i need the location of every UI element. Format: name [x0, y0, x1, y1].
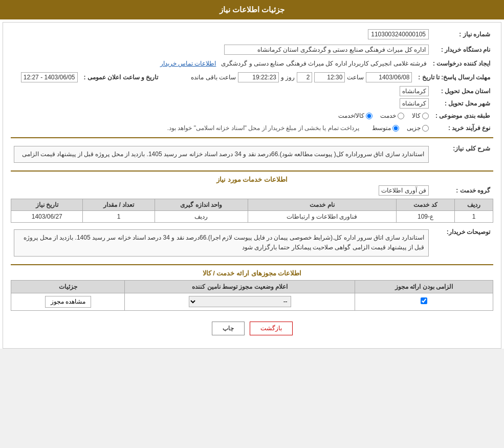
need-number-row: شماره نیاز : 1103003240000105	[11, 28, 493, 41]
creator-label: ایجاد کننده درخواست :	[430, 58, 493, 69]
category-service-label: خدمت	[380, 112, 396, 119]
purchase-type-label: نوع فرآیند خرید :	[432, 123, 493, 133]
category-goods-label: کالا	[412, 112, 421, 119]
page-header: جزئیات اطلاعات نیاز	[0, 0, 504, 19]
category-goods-service-radio[interactable]	[366, 113, 372, 119]
buyer-desc-label: توصیحات خریدار:	[432, 226, 493, 260]
cell-code: ع-109	[397, 211, 455, 223]
time-label: ساعت	[347, 74, 364, 81]
category-service-option: خدمت	[380, 112, 404, 119]
cell-unit: ردیف	[155, 211, 248, 223]
buyer-desc-text: استاندارد سازی اتاق سرور اداره کل.(شرایط…	[14, 229, 429, 256]
province-value: کرمانشاه	[400, 86, 429, 96]
announce-value: 1403/06/05 - 12:27	[21, 72, 78, 82]
deadline-label: مهلت ارسال پاسخ: تا تاریخ :	[415, 71, 493, 84]
purchase-partial-radio[interactable]	[422, 125, 429, 132]
divider-1	[11, 137, 493, 138]
permit-section-subtitle: اطلاعات مجوزهای ارائه خدمت / کالا	[11, 269, 493, 277]
col-row: ردیف	[455, 199, 493, 211]
province-label: استان محل تحویل :	[432, 86, 493, 96]
deadline-time-value: 12:30	[314, 72, 345, 82]
table-row: 1 ع-109 فناوری اطلاعات و ارتباطات ردیف 1…	[11, 211, 493, 223]
general-desc-label: شرح کلی نیاز:	[432, 142, 493, 166]
general-desc-text: استاندارد سازی اتاق سروراداره کل( پیوست …	[14, 146, 429, 163]
show-permit-button[interactable]: مشاهده مجوز	[45, 296, 91, 308]
col-unit: واحد اندازه گیری	[155, 199, 248, 211]
announce-label: تاریخ و ساعت اعلان عمومی :	[81, 71, 163, 84]
permit-details-cell: مشاهده مجوز	[11, 293, 125, 310]
buyer-org-row: نام دستگاه خریدار : اداره کل میراث فرهنگ…	[11, 43, 493, 56]
deadline-remaining-value: 19:22:23	[238, 72, 279, 82]
service-group-row: گروه خدمت : فن آوری اطلاعات	[11, 185, 493, 196]
purchase-type-desc: پرداخت تمام یا بخشی از مبلغ خریدار از مح…	[167, 124, 359, 132]
creator-row: ایجاد کننده درخواست : فرشته غلامی انجیرک…	[11, 58, 493, 69]
deadline-days-value: 2	[297, 72, 312, 82]
need-number-value: 1103003240000105	[368, 29, 429, 39]
cell-row: 1	[455, 211, 493, 223]
services-table: ردیف کد خدمت نام خدمت واحد اندازه گیری ت…	[11, 199, 493, 223]
service-group-value: فن آوری اطلاعات	[379, 185, 429, 196]
days-label: روز و	[281, 74, 295, 81]
divider-2	[11, 170, 493, 172]
divider-3	[11, 264, 493, 265]
permit-col-supplier: اعلام وضعیت مجوز توسط نامین کننده	[125, 280, 355, 293]
category-goods-option: کالا	[412, 112, 429, 119]
permit-required-checkbox[interactable]	[421, 297, 427, 304]
creator-value: فرشته غلامی انجیرکی کاربردار اداره کل می…	[221, 60, 427, 67]
category-goods-service-option: کالا/خدمت	[338, 112, 372, 119]
cell-date: 1403/06/27	[11, 211, 83, 223]
buyer-desc-row: توصیحات خریدار: استاندارد سازی اتاق سرور…	[11, 226, 493, 260]
permit-supplier-select[interactable]: --	[189, 296, 291, 307]
category-goods-radio[interactable]	[422, 113, 429, 119]
main-content: شماره نیاز : 1103003240000105 نام دستگاه…	[3, 22, 501, 349]
deadline-row: مهلت ارسال پاسخ: تا تاریخ : 1403/06/08 س…	[11, 71, 493, 84]
col-qty: تعداد / مقدار	[83, 199, 155, 211]
category-service-radio[interactable]	[398, 113, 404, 119]
permit-supplier-cell: --	[125, 293, 355, 310]
bottom-buttons: بازگشت چاپ	[11, 314, 493, 343]
purchase-medium-radio[interactable]	[392, 125, 399, 132]
category-row: طبقه بندی موضوعی : کالا خدمت	[11, 111, 493, 121]
purchase-medium-option: متوسط	[372, 124, 399, 132]
buyer-org-label: نام دستگاه خریدار :	[432, 43, 493, 56]
remaining-label: ساعت باقی مانده	[191, 74, 236, 81]
permit-col-required: الزامی بودن ارائه مجوز	[355, 280, 493, 293]
creator-contact-link[interactable]: اطلاعات تماس خریدار	[160, 60, 216, 67]
col-date: تاریخ نیاز	[11, 199, 83, 211]
page-title: جزئیات اطلاعات نیاز	[220, 5, 284, 14]
return-button[interactable]: بازگشت	[250, 322, 293, 335]
city-value: کرمانشاه	[400, 98, 429, 109]
category-label: طبقه بندی موضوعی :	[432, 111, 493, 121]
purchase-type-row: نوع فرآیند خرید : جزیی متوسط پرداخت تمام…	[11, 123, 493, 133]
print-button[interactable]: چاپ	[212, 322, 245, 335]
general-desc-row: شرح کلی نیاز: استاندارد سازی اتاق سروراد…	[11, 142, 493, 166]
service-group-label: گروه خدمت :	[432, 185, 493, 196]
purchase-partial-option: جزیی	[407, 124, 429, 132]
cell-qty: 1	[83, 211, 155, 223]
permit-table: الزامی بودن ارائه مجوز اعلام وضعیت مجوز …	[11, 280, 493, 311]
city-label: شهر محل تحویل :	[432, 98, 493, 109]
permit-required-cell	[355, 293, 493, 310]
permit-col-details: جزئیات	[11, 280, 125, 293]
purchase-partial-label: جزیی	[407, 124, 421, 132]
col-code: کد خدمت	[397, 199, 455, 211]
cell-name: فناوری اطلاعات و ارتباطات	[248, 211, 396, 223]
deadline-date-value: 1403/06/08	[366, 72, 412, 82]
category-goods-service-label: کالا/خدمت	[338, 112, 364, 119]
list-item: -- مشاهده مجوز	[11, 293, 493, 310]
buyer-org-value: اداره کل میراث فرهنگی صنایع دستی و گردشگ…	[224, 45, 429, 55]
purchase-medium-label: متوسط	[372, 124, 391, 132]
need-number-label: شماره نیاز :	[432, 28, 493, 41]
page-wrapper: جزئیات اطلاعات نیاز شماره نیاز : 1103003…	[0, 0, 504, 349]
city-row: شهر محل تحویل : کرمانشاه	[11, 98, 493, 109]
col-name: نام خدمت	[248, 199, 396, 211]
services-section-title: اطلاعات خدمات مورد نیاز	[11, 176, 493, 183]
province-row: استان محل تحویل : کرمانشاه	[11, 86, 493, 96]
